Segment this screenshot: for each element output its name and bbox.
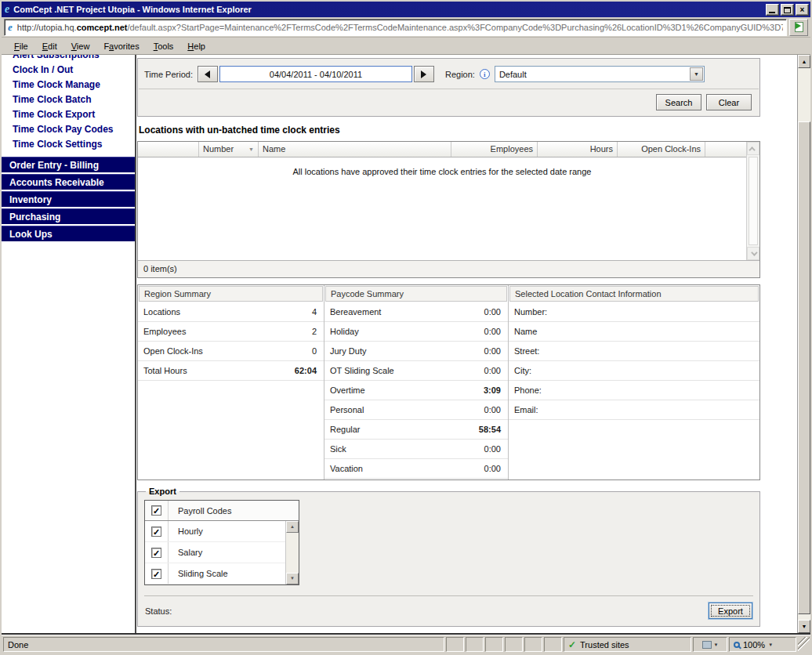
maximize-button[interactable] xyxy=(781,4,794,16)
title-bar: e ComCept .NET Project Utopia - Windows … xyxy=(2,2,810,17)
payroll-code-label: Hourly xyxy=(169,527,203,536)
info-icon[interactable]: i xyxy=(480,69,490,79)
export-button[interactable]: Export xyxy=(709,603,752,619)
security-zone[interactable]: ✓ Trusted sites xyxy=(564,637,691,652)
summary-row-label: Personal xyxy=(330,400,364,419)
summary-row-value: 58:54 xyxy=(479,420,501,439)
summary-row: Open Clock-Ins0 xyxy=(138,342,324,361)
resize-grip[interactable] xyxy=(798,637,810,652)
grid-item-count: 0 item(s) xyxy=(138,260,759,277)
scroll-up-button[interactable] xyxy=(747,142,759,155)
grid-column-header[interactable]: Open Clock-Ins xyxy=(618,142,705,157)
page-favicon-icon: e xyxy=(8,22,13,32)
checkbox-hourly[interactable] xyxy=(151,527,161,537)
sidebar-item-time-clock-pay-codes[interactable]: Time Clock Pay Codes xyxy=(2,122,135,137)
summary-row: Holiday0:00 xyxy=(324,322,508,342)
time-period-input[interactable] xyxy=(219,66,412,82)
summary-row-label: Number: xyxy=(514,302,547,321)
zoom-control[interactable]: 100% ▼ xyxy=(729,637,796,652)
summary-row-label: Email: xyxy=(514,400,538,419)
summary-column: Selected Location Contact InformationNum… xyxy=(509,285,759,479)
summary-row-label: Regular xyxy=(330,420,361,439)
minimize-button[interactable] xyxy=(766,4,779,16)
status-cell xyxy=(544,637,562,652)
sidebar-item-time-clock-settings[interactable]: Time Clock Settings xyxy=(2,137,135,152)
browser-scrollbar[interactable]: ▲ ▼ xyxy=(797,55,810,633)
sidebar-section-order-entry-billing[interactable]: Order Entry - Billing xyxy=(2,157,135,172)
sidebar-section-purchasing[interactable]: Purchasing xyxy=(2,208,135,224)
next-period-button[interactable] xyxy=(414,66,434,82)
summary-row-value: 0:00 xyxy=(484,361,501,380)
summary-column: Paycode SummaryBereavement0:00Holiday0:0… xyxy=(324,285,509,479)
maximize-icon xyxy=(784,7,791,13)
protected-mode-panel[interactable]: ▼ xyxy=(693,637,727,652)
sidebar-sections: Order Entry - BillingAccounts Receivable… xyxy=(2,157,135,241)
payroll-code-item: Salary xyxy=(145,542,285,563)
grid-column-header[interactable]: Employees xyxy=(451,142,538,157)
grid-scrollbar[interactable] xyxy=(746,142,759,260)
scrollbar-track[interactable] xyxy=(798,68,810,121)
search-button[interactable]: Search xyxy=(656,94,701,110)
menu-favorites[interactable]: Favorites xyxy=(97,39,145,53)
summary-row-label: Phone: xyxy=(514,381,542,400)
previous-period-button[interactable] xyxy=(198,66,218,82)
close-button[interactable]: × xyxy=(796,4,809,16)
grid-header: Number▼NameEmployeesHoursOpen Clock-Ins xyxy=(138,142,746,157)
go-button[interactable] xyxy=(789,19,808,36)
payroll-code-label: Sliding Scale xyxy=(169,569,228,578)
sidebar-item-clock-in-out[interactable]: Clock In / Out xyxy=(2,63,135,78)
grid-column-header[interactable]: Name xyxy=(259,142,451,157)
menu-help[interactable]: Help xyxy=(181,39,212,53)
menu-edit[interactable]: Edit xyxy=(36,39,63,53)
status-text: Done xyxy=(3,637,444,652)
grid-header-filler xyxy=(705,142,746,157)
scroll-up-button[interactable]: ▲ xyxy=(798,55,810,68)
list-scrollbar[interactable]: ▲ ▼ xyxy=(285,521,299,584)
scroll-up-button[interactable]: ▲ xyxy=(286,521,299,533)
sidebar: Alert SubscriptionsClock In / OutTime Cl… xyxy=(2,55,136,633)
checkbox-salary[interactable] xyxy=(151,548,161,558)
sidebar-links: Alert SubscriptionsClock In / OutTime Cl… xyxy=(2,55,135,152)
sidebar-section-accounts-receivable[interactable]: Accounts Receivable xyxy=(2,174,135,190)
status-bar: Done ✓ Trusted sites ▼ 100% ▼ xyxy=(2,635,810,653)
menu-view[interactable]: View xyxy=(65,39,96,53)
window-title: ComCept .NET Project Utopia - Windows In… xyxy=(13,5,766,14)
region-select[interactable]: Default ▼ xyxy=(495,66,705,82)
summary-row-label: Vacation xyxy=(330,459,363,478)
sidebar-item-time-clock-batch[interactable]: Time Clock Batch xyxy=(2,92,135,107)
scroll-down-button[interactable]: ▼ xyxy=(798,620,810,633)
go-page-icon xyxy=(795,22,803,32)
scroll-down-button[interactable] xyxy=(747,247,759,260)
sidebar-item-alert-subscriptions[interactable]: Alert Subscriptions xyxy=(2,55,135,63)
menu-tools[interactable]: Tools xyxy=(147,39,180,53)
filter-panel: Time Period: Region: i Default ▼ Search … xyxy=(137,58,760,117)
browser-viewport: Alert SubscriptionsClock In / OutTime Cl… xyxy=(2,55,810,635)
grid-column-header[interactable]: Hours xyxy=(538,142,618,157)
clear-button[interactable]: Clear xyxy=(706,94,752,110)
sidebar-section-inventory[interactable]: Inventory xyxy=(2,191,135,207)
grid-column-header[interactable] xyxy=(138,142,199,157)
address-input[interactable]: e http://utopia.hq.comcept.net/default.a… xyxy=(4,19,787,36)
summary-row-label: Holiday xyxy=(330,322,359,341)
ie-logo-icon: e xyxy=(5,4,9,15)
column-label: Open Clock-Ins xyxy=(641,144,701,154)
menu-file[interactable]: File xyxy=(8,39,34,53)
sidebar-item-time-clock-manage[interactable]: Time Clock Manage xyxy=(2,78,135,92)
status-cell xyxy=(446,637,464,652)
sidebar-section-look-ups[interactable]: Look Ups xyxy=(2,226,135,241)
scrollbar-track[interactable] xyxy=(798,614,810,620)
checkbox-sliding-scale[interactable] xyxy=(151,569,161,579)
region-selected-value: Default xyxy=(499,70,690,79)
sort-arrow-icon[interactable]: ▼ xyxy=(248,142,254,157)
payroll-codes-checkbox[interactable] xyxy=(151,505,161,516)
payroll-codes-list: Payroll Codes HourlySalarySliding Scale … xyxy=(144,500,299,585)
grid-column-header[interactable]: Number▼ xyxy=(199,142,259,157)
sidebar-item-time-clock-export[interactable]: Time Clock Export xyxy=(2,107,135,122)
scrollbar-thumb[interactable] xyxy=(749,157,758,245)
summary-row: Overtime3:09 xyxy=(324,381,508,400)
payroll-codes-items: HourlySalarySliding Scale xyxy=(145,521,285,584)
scrollbar-thumb[interactable] xyxy=(798,121,810,614)
scroll-down-button[interactable]: ▼ xyxy=(286,573,299,584)
magnifier-icon xyxy=(734,642,740,648)
summary-row-value: 3:09 xyxy=(484,381,501,400)
